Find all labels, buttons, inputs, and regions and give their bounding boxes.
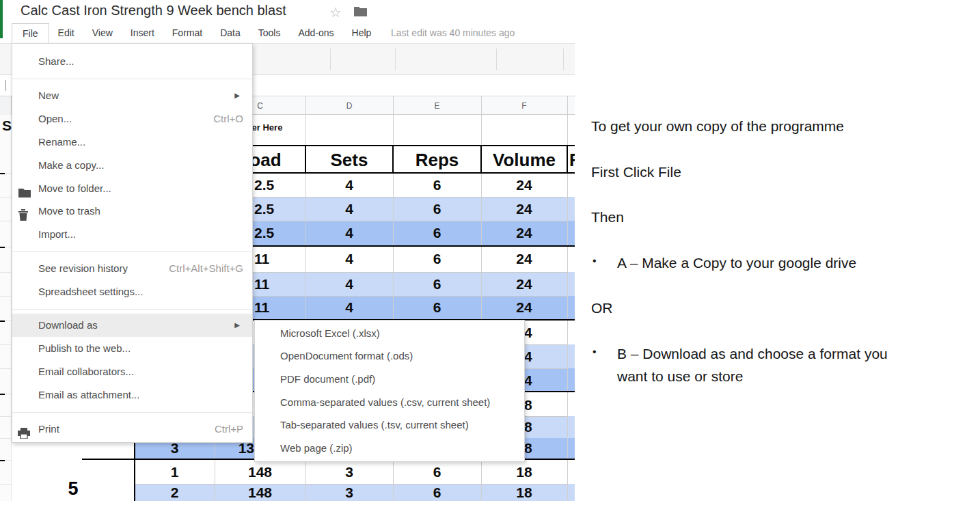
menu-separator	[12, 412, 252, 413]
menu-item-import[interactable]: Import...	[12, 223, 252, 246]
bullet-marker: •	[593, 346, 597, 358]
menu-addons[interactable]: Add-ons	[289, 23, 342, 42]
menu-item-share[interactable]: Share...	[12, 50, 252, 73]
menu-item-make-a-copy[interactable]: Make a copy...	[12, 154, 252, 177]
select-all-corner[interactable]	[0, 96, 12, 115]
sheet-cell-d[interactable]: 3	[305, 484, 393, 501]
row-header-border-tick	[0, 460, 5, 461]
file-menu: Share... New▶ Open...Ctrl+O Rename... Ma…	[12, 43, 253, 443]
move-folder-icon[interactable]	[354, 6, 367, 19]
star-icon[interactable]: ☆	[329, 4, 342, 21]
printer-icon	[18, 424, 31, 435]
formula-cursor	[5, 80, 6, 91]
week-number-cell[interactable]: 5	[12, 478, 135, 500]
document-title[interactable]: Calc Cast Iron Strength 9 Week bench bla…	[21, 3, 286, 18]
sheet-cell-f[interactable]: 24	[481, 272, 567, 296]
menu-view[interactable]: View	[83, 23, 122, 42]
last-edit-status[interactable]: Last edit was 40 minutes ago	[391, 27, 515, 38]
sheet-cell-c[interactable]: 148	[215, 460, 305, 484]
header-reps: Reps	[393, 149, 481, 171]
sheet-cell-f[interactable]: 24	[481, 197, 567, 221]
menu-item-see-revision-history[interactable]: See revision historyCtrl+Alt+Shift+G	[12, 257, 252, 280]
sheet-cell-c[interactable]: 2.5	[254, 221, 309, 245]
instruction-line: First Click File	[591, 161, 681, 183]
sheet-cell-e[interactable]: 6	[393, 272, 481, 296]
gridline	[135, 484, 567, 485]
sheet-cell-e[interactable]: 6	[393, 296, 481, 319]
instruction-line: A – Make a Copy to your google drive	[617, 251, 856, 274]
column-header-d[interactable]: D	[305, 101, 393, 111]
submenu-item-xlsx[interactable]: Microsoft Excel (.xlsx)	[255, 322, 524, 344]
submenu-item-ods[interactable]: OpenDocument format (.ods)	[255, 344, 524, 367]
row-header-gridline	[0, 368, 12, 369]
sheet-cell-d[interactable]: 3	[305, 460, 393, 484]
menu-item-print[interactable]: PrintCtrl+P	[12, 418, 252, 441]
sheet-cell-c[interactable]: 2.5	[254, 173, 309, 197]
trash-icon	[18, 206, 31, 217]
sheet-cell-d[interactable]: 4	[305, 221, 393, 245]
row-header-gridline	[0, 484, 12, 485]
sheet-cell-d[interactable]: 4	[305, 247, 393, 271]
shortcut-label: Ctrl+O	[213, 107, 243, 131]
sheet-cell-f[interactable]: 18	[481, 460, 567, 484]
menu-item-move-to-trash[interactable]: Move to trash	[12, 200, 252, 223]
submenu-item-tsv[interactable]: Tab-separated values (.tsv, current shee…	[255, 413, 524, 436]
sheet-cell-d[interactable]: 4	[305, 272, 393, 296]
column-header-f[interactable]: F	[481, 101, 567, 111]
menu-item-download-as[interactable]: Download as▶	[12, 314, 252, 337]
instruction-line: OR	[591, 297, 613, 319]
sheet-cell-d[interactable]: 4	[305, 173, 393, 197]
sheet-cell-f[interactable]: 24	[481, 296, 567, 319]
row-header-gridline	[0, 296, 12, 297]
column-header-e[interactable]: E	[393, 101, 481, 111]
sheet-cell-e[interactable]: 6	[393, 173, 481, 197]
clipped-cell-text: S	[2, 118, 12, 134]
sheet-cell-b[interactable]: 1	[135, 460, 215, 484]
instruction-line: want to use or store	[617, 365, 743, 387]
instruction-line: B – Download as and choose a format you	[617, 342, 888, 365]
header-volume: Volume	[481, 149, 567, 171]
menu-item-publish-to-web[interactable]: Publish to the web...	[12, 337, 252, 360]
menu-item-spreadsheet-settings[interactable]: Spreadsheet settings...	[12, 280, 252, 303]
sheet-cell-c[interactable]: 2.5	[254, 197, 309, 221]
sheet-cell-c[interactable]: 11	[254, 296, 309, 319]
submenu-item-csv[interactable]: Comma-separated values (.csv, current sh…	[255, 391, 524, 413]
menu-tools[interactable]: Tools	[249, 23, 290, 42]
sheet-cell-e[interactable]: 6	[393, 460, 481, 484]
sheet-cell-e[interactable]: 6	[393, 247, 481, 271]
menu-insert[interactable]: Insert	[122, 23, 163, 42]
row-header-border-tick	[0, 247, 5, 248]
menu-separator	[12, 309, 252, 310]
menu-item-email-as-attachment[interactable]: Email as attachment...	[12, 383, 252, 407]
sheet-cell-d[interactable]: 4	[305, 296, 393, 319]
menu-format[interactable]: Format	[163, 23, 211, 42]
menu-data[interactable]: Data	[211, 23, 249, 42]
menu-item-move-to-folder[interactable]: Move to folder...	[12, 177, 252, 200]
submenu-item-pdf[interactable]: PDF document (.pdf)	[255, 368, 524, 390]
sheet-cell-b[interactable]: 2	[135, 484, 215, 501]
row-header-gridline	[0, 438, 12, 439]
sheet-cell-c[interactable]: 11	[254, 247, 309, 271]
menu-item-new[interactable]: New▶	[12, 84, 252, 107]
menu-help[interactable]: Help	[343, 23, 381, 42]
sheet-cell-d[interactable]: 4	[305, 197, 393, 221]
submenu-item-zip[interactable]: Web page (.zip)	[255, 437, 524, 459]
menu-item-rename[interactable]: Rename...	[12, 131, 252, 154]
sheet-cell-e[interactable]: 6	[393, 197, 481, 221]
sheet-cell-f[interactable]: 24	[481, 173, 567, 197]
toolbar-divider	[563, 49, 564, 70]
menu-file[interactable]: File	[12, 23, 49, 43]
sheet-cell-e[interactable]: 6	[393, 221, 481, 245]
menu-item-open[interactable]: Open...Ctrl+O	[12, 107, 252, 131]
row-header-gridline	[0, 416, 12, 417]
sheet-cell-c[interactable]: 11	[254, 272, 309, 296]
submenu-arrow-icon: ▶	[234, 314, 240, 337]
sheet-cell-e[interactable]: 6	[393, 484, 481, 501]
sheet-cell-f[interactable]: 24	[481, 221, 567, 245]
menu-edit[interactable]: Edit	[49, 23, 83, 42]
sheet-cell-f[interactable]: 24	[481, 247, 567, 271]
sheet-cell-f[interactable]: 18	[481, 484, 567, 501]
menu-separator	[12, 79, 252, 79]
menu-item-email-collaborators[interactable]: Email collaborators...	[12, 360, 252, 383]
sheet-cell-c[interactable]: 148	[215, 484, 305, 501]
